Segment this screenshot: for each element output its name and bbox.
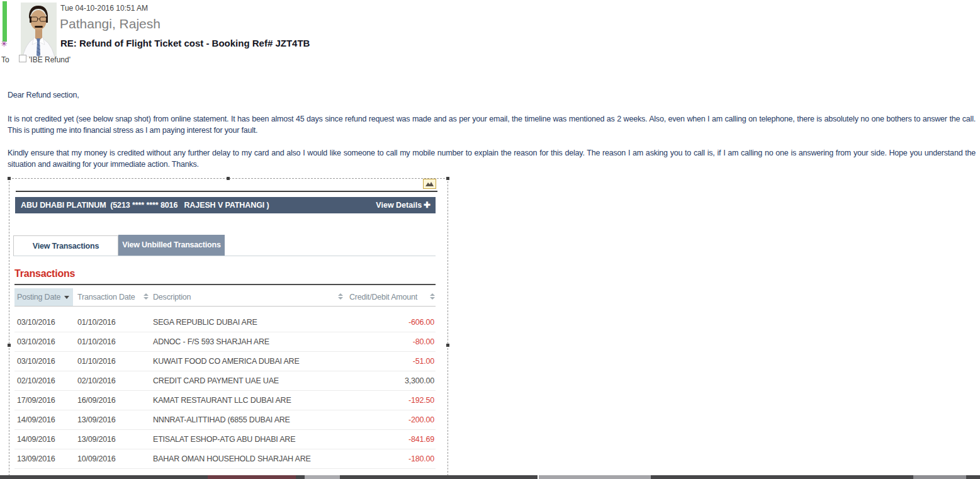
cell-amount: -841.69 xyxy=(408,430,434,449)
account-title: ABU DHABI PLATINUM (5213 **** **** 8016 … xyxy=(21,197,269,213)
message-subject: RE: Refund of Flight Ticket cost - Booki… xyxy=(60,38,310,48)
cell-transaction-date: 01/10/2016 xyxy=(77,352,116,371)
cell-amount: -80.00 xyxy=(413,332,434,352)
recipient-checkbox[interactable] xyxy=(19,55,26,62)
tabs-underline xyxy=(13,256,436,256)
sender-photo[interactable] xyxy=(21,3,57,57)
resize-handle-top-left[interactable] xyxy=(8,177,11,180)
table-row: 02/10/2016 02/10/2016 CREDIT CARD PAYMEN… xyxy=(14,371,436,391)
cell-transaction-date: 10/09/2016 xyxy=(77,449,116,469)
cell-posting-date: 14/09/2016 xyxy=(17,410,55,430)
resize-handle-right-middle[interactable] xyxy=(446,344,449,347)
sender-name[interactable]: Pathangi, Rajesh xyxy=(60,16,161,31)
email-reading-pane: ✳ Tue 04-10-2016 10:51 AM Pathangi, Raje… xyxy=(0,0,980,479)
table-row: 03/10/2016 01/10/2016 ADNOC - F/S 593 SH… xyxy=(14,332,436,352)
to-label: To xyxy=(1,55,9,64)
cell-transaction-date: 13/09/2016 xyxy=(77,410,116,430)
recipient-name[interactable]: 'IBE Refund' xyxy=(29,55,70,64)
cell-description: ETISALAT ESHOP-ATG ABU DHABI ARE xyxy=(153,430,295,449)
heading-rule xyxy=(14,284,436,285)
taskbar-strip xyxy=(0,475,980,479)
table-row: 03/10/2016 01/10/2016 SEGA REPUBLIC DUBA… xyxy=(14,313,436,332)
image-placeholder-icon xyxy=(423,179,436,189)
account-header-bar: ABU DHABI PLATINUM (5213 **** **** 8016 … xyxy=(15,197,436,213)
table-row: 03/10/2016 01/10/2016 KUWAIT FOOD CO AME… xyxy=(14,352,436,371)
cell-description: ADNOC - F/S 593 SHARJAH ARE xyxy=(153,332,269,352)
transactions-table: Posting Date Transaction Date Descriptio… xyxy=(14,288,436,469)
cell-description: KAMAT RESTAURANT LLC DUBAI ARE xyxy=(153,391,291,410)
cell-transaction-date: 01/10/2016 xyxy=(77,332,116,352)
resize-handle-left-middle[interactable] xyxy=(8,344,11,347)
body-greeting: Dear Refund section, xyxy=(8,91,79,99)
cell-posting-date: 14/09/2016 xyxy=(17,430,55,449)
resize-handle-top-middle[interactable] xyxy=(227,177,230,180)
sort-icon xyxy=(430,293,435,300)
cell-amount: -200.00 xyxy=(408,410,434,430)
message-timestamp: Tue 04-10-2016 10:51 AM xyxy=(60,4,148,13)
cell-posting-date: 03/10/2016 xyxy=(17,332,55,352)
resize-handle-top-right[interactable] xyxy=(446,177,449,180)
table-row: 17/09/2016 16/09/2016 KAMAT RESTAURANT L… xyxy=(14,391,436,410)
cell-transaction-date: 02/10/2016 xyxy=(77,371,116,391)
cell-amount: -180.00 xyxy=(408,449,434,469)
cell-description: BAHAR OMAN HOUSEHOLD SHARJAH ARE xyxy=(153,449,311,469)
transactions-heading: Transactions xyxy=(14,268,75,279)
column-header-description: Description xyxy=(153,288,191,307)
flag-icon: ✳ xyxy=(1,40,8,48)
view-details-button: View Details✚ xyxy=(376,197,431,213)
cell-posting-date: 03/10/2016 xyxy=(17,313,55,332)
cell-description: CREDIT CARD PAYMENT UAE UAE xyxy=(153,371,279,391)
plus-icon: ✚ xyxy=(424,200,431,210)
cell-transaction-date: 01/10/2016 xyxy=(77,313,116,332)
cell-description: KUWAIT FOOD CO AMERICA DUBAI ARE xyxy=(153,352,300,371)
table-row: 14/09/2016 13/09/2016 ETISALAT ESHOP-ATG… xyxy=(14,430,436,449)
sort-desc-icon xyxy=(64,296,69,299)
cell-posting-date: 17/09/2016 xyxy=(17,391,55,410)
cell-posting-date: 13/09/2016 xyxy=(17,449,55,469)
body-paragraph-1: It is not credited yet (see below snap s… xyxy=(8,113,976,136)
cell-description: NNNRAT-ALITTIHAD (6855 DUBAI ARE xyxy=(153,410,290,430)
unread-indicator-bar xyxy=(3,1,7,42)
tab-view-unbilled-transactions: View Unbilled Transactions xyxy=(118,235,225,256)
column-header-posting-date: Posting Date xyxy=(14,288,73,306)
body-paragraph-2: Kindly ensure that my money is credited … xyxy=(8,147,976,170)
sort-icon xyxy=(144,293,149,300)
sort-icon xyxy=(338,293,343,300)
table-header-row: Posting Date Transaction Date Descriptio… xyxy=(14,288,436,307)
cell-transaction-date: 13/09/2016 xyxy=(77,430,116,449)
cell-amount: 3,300.00 xyxy=(405,371,434,391)
transactions-body: 03/10/2016 01/10/2016 SEGA REPUBLIC DUBA… xyxy=(14,307,436,469)
tab-view-transactions: View Transactions xyxy=(13,235,118,256)
cell-posting-date: 03/10/2016 xyxy=(17,352,55,371)
cell-amount: -192.50 xyxy=(408,391,434,410)
cell-description: SEGA REPUBLIC DUBAI ARE xyxy=(153,313,257,332)
table-row: 14/09/2016 13/09/2016 NNNRAT-ALITTIHAD (… xyxy=(14,410,436,430)
table-row: 13/09/2016 10/09/2016 BAHAR OMAN HOUSEHO… xyxy=(14,449,436,469)
cell-amount: -51.00 xyxy=(413,352,434,371)
column-header-transaction-date: Transaction Date xyxy=(77,288,135,307)
cell-posting-date: 02/10/2016 xyxy=(17,371,55,391)
cell-amount: -606.00 xyxy=(408,313,434,332)
statement-top-rule xyxy=(16,191,437,192)
cell-transaction-date: 16/09/2016 xyxy=(77,391,116,410)
column-header-amount: Credit/Debit Amount xyxy=(349,288,417,307)
